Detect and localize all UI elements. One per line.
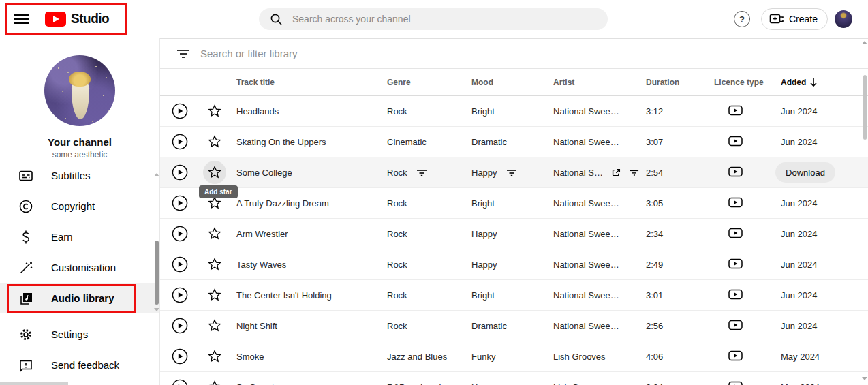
play-button[interactable]: [172, 195, 188, 211]
youtube-studio-logo[interactable]: Studio: [45, 11, 111, 27]
sidebar-item-label: Send feedback: [51, 359, 119, 371]
avatar-hat: [69, 72, 91, 87]
table-row[interactable]: The Center Isn't Holding Rock Bright Nat…: [160, 280, 868, 311]
sidebar-item-label: Settings: [51, 328, 88, 340]
play-button[interactable]: [172, 226, 188, 242]
channel-avatar[interactable]: [44, 55, 115, 126]
play-button[interactable]: [172, 348, 188, 365]
table-row[interactable]: Smoke Jazz and Blues Funky Lish Grooves …: [160, 341, 868, 372]
download-button[interactable]: Download: [775, 162, 835, 183]
sidebar-item-audio-library[interactable]: Audio library: [0, 283, 159, 313]
sidebar-item-settings[interactable]: Settings: [0, 319, 159, 350]
track-mood: Dramatic: [471, 321, 507, 331]
col-licence-type[interactable]: Licence type: [707, 78, 774, 87]
track-title: Headlands: [230, 106, 380, 117]
youtube-licence-icon[interactable]: [728, 258, 743, 269]
table-row[interactable]: Headlands Rock Bright National Swee… 3:1…: [160, 96, 868, 127]
table-row[interactable]: Tasty Waves Rock Happy National Swee… 2:…: [160, 249, 868, 280]
star-button[interactable]: [203, 99, 226, 123]
main-scrollbar[interactable]: [863, 75, 867, 140]
sidebar-item-customisation[interactable]: Customisation: [0, 252, 159, 283]
main-scroll-down-icon[interactable]: [862, 377, 867, 380]
track-mood: Bright: [471, 106, 495, 117]
youtube-licence-icon[interactable]: [728, 381, 743, 385]
track-added-date: Jun 2024: [781, 106, 818, 117]
col-duration[interactable]: Duration: [639, 78, 707, 87]
track-mood: Dramatic: [471, 137, 507, 147]
track-duration: 2:56: [639, 321, 707, 331]
table-row[interactable]: Arm Wrestler Rock Happy National Swee… 2…: [160, 219, 868, 249]
sidebar-item-label: Earn: [51, 231, 73, 243]
filter-icon: [176, 48, 190, 59]
table-row[interactable]: Skating On the Uppers Cinematic Dramatic…: [160, 127, 868, 157]
sidebar-scrollbar[interactable]: [155, 241, 159, 305]
mood-filter-icon[interactable]: [506, 168, 517, 176]
star-button[interactable]: [203, 345, 226, 368]
play-button[interactable]: [172, 103, 188, 119]
help-button[interactable]: ?: [734, 11, 750, 27]
play-button[interactable]: [172, 287, 188, 303]
table-row[interactable]: So Sweet R&B and soul Happy Lish Grooves…: [160, 372, 868, 385]
channel-search-bar[interactable]: [259, 8, 608, 30]
table-row[interactable]: Night Shift Rock Dramatic National Swee……: [160, 311, 868, 341]
track-duration: 4:06: [639, 352, 707, 362]
track-duration: 3:07: [639, 137, 707, 147]
search-input[interactable]: [292, 14, 597, 25]
menu-hamburger-icon[interactable]: [14, 14, 29, 24]
track-artist: National Swee…: [553, 321, 619, 331]
col-mood[interactable]: Mood: [465, 78, 546, 87]
create-button[interactable]: Create: [761, 8, 828, 30]
youtube-licence-icon[interactable]: [728, 166, 743, 177]
studio-wordmark: Studio: [71, 11, 109, 27]
col-added[interactable]: Added: [774, 78, 868, 87]
library-filter-input[interactable]: [200, 48, 868, 59]
star-button[interactable]: [203, 314, 226, 337]
external-link-icon[interactable]: [612, 168, 621, 178]
play-button[interactable]: [172, 134, 188, 150]
sidebar-scroll-up-icon[interactable]: [154, 173, 159, 176]
youtube-licence-icon[interactable]: [728, 105, 743, 116]
youtube-licence-icon[interactable]: [728, 320, 743, 330]
star-button[interactable]: [203, 161, 226, 184]
col-track-title[interactable]: Track title: [230, 78, 380, 87]
youtube-licence-icon[interactable]: [728, 197, 743, 208]
track-title: So Sweet: [230, 382, 380, 385]
sidebar-item-send-feedback[interactable]: Send feedback: [0, 350, 159, 380]
play-button[interactable]: [172, 256, 188, 273]
horizontal-scrollbar[interactable]: [0, 382, 68, 385]
create-video-icon: [769, 13, 784, 25]
library-filter-bar[interactable]: [160, 39, 868, 69]
play-button[interactable]: [172, 379, 188, 385]
star-icon: [207, 380, 222, 385]
sidebar-item-subtitles[interactable]: Subtitles: [0, 160, 159, 191]
play-button[interactable]: [172, 164, 188, 181]
table-row[interactable]: A Truly Dazzling Dream Rock Bright Natio…: [160, 188, 868, 219]
sidebar-item-copyright[interactable]: Copyright: [0, 191, 159, 221]
star-button[interactable]: [203, 253, 226, 276]
star-button[interactable]: [203, 375, 226, 385]
youtube-licence-icon[interactable]: [728, 228, 743, 238]
youtube-licence-icon[interactable]: [728, 350, 743, 361]
track-duration: 2:34: [639, 229, 707, 239]
artist-filter-icon[interactable]: [630, 168, 639, 176]
youtube-licence-icon[interactable]: [728, 289, 743, 300]
track-mood: Happy: [471, 260, 497, 270]
track-genre: Rock: [387, 198, 407, 209]
star-button[interactable]: [203, 130, 226, 153]
star-button[interactable]: [203, 222, 226, 245]
youtube-licence-icon[interactable]: [728, 136, 743, 147]
track-artist: Lish Grooves: [553, 352, 606, 362]
table-row[interactable]: Some College Rock Happy National S… 2:54: [160, 157, 868, 188]
sidebar-item-earn[interactable]: Earn: [0, 221, 159, 252]
col-genre[interactable]: Genre: [380, 78, 465, 87]
genre-filter-icon[interactable]: [416, 168, 427, 176]
account-avatar[interactable]: [835, 10, 852, 28]
play-button[interactable]: [172, 318, 188, 334]
main-scroll-up-icon[interactable]: [862, 41, 867, 44]
sidebar-scroll-down-icon[interactable]: [154, 308, 159, 311]
track-genre: R&B and soul: [387, 382, 441, 385]
sort-descending-icon: [809, 78, 818, 87]
col-artist[interactable]: Artist: [546, 78, 639, 87]
track-mood: Funky: [471, 352, 495, 362]
star-button[interactable]: [203, 283, 226, 307]
